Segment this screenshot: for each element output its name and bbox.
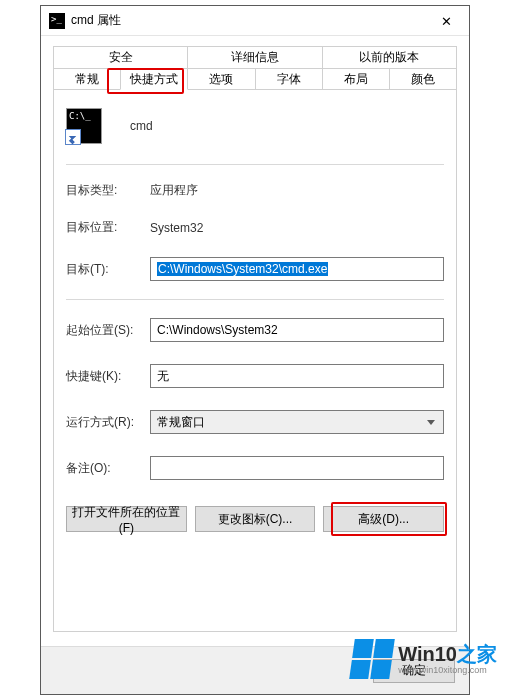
- tab-details[interactable]: 详细信息: [187, 46, 322, 68]
- startin-label: 起始位置(S):: [66, 322, 150, 339]
- target-location-row: 目标位置: System32: [66, 219, 444, 236]
- runas-row: 运行方式(R): 常规窗口: [66, 410, 444, 434]
- target-type-value: 应用程序: [150, 182, 198, 199]
- runas-value: 常规窗口: [157, 414, 205, 431]
- target-type-row: 目标类型: 应用程序: [66, 182, 444, 199]
- tab-general[interactable]: 常规: [53, 68, 121, 90]
- change-icon-button[interactable]: 更改图标(C)...: [195, 506, 316, 532]
- target-type-label: 目标类型:: [66, 182, 150, 199]
- comment-row: 备注(O):: [66, 456, 444, 480]
- tab-layout[interactable]: 布局: [322, 68, 390, 90]
- target-row: 目标(T): C:\Windows\System32\cmd.exe: [66, 257, 444, 281]
- dialog-bottom-bar: 确定: [41, 646, 469, 694]
- runas-dropdown[interactable]: 常规窗口: [150, 410, 444, 434]
- target-input-selection: C:\Windows\System32\cmd.exe: [157, 262, 328, 276]
- app-icon-row: cmd: [66, 108, 444, 150]
- close-button[interactable]: ✕: [424, 6, 469, 36]
- tabs: 安全 详细信息 以前的版本 常规 快捷方式 选项 字体 布局 颜色: [53, 46, 457, 90]
- advanced-button[interactable]: 高级(D)...: [323, 506, 444, 532]
- app-icon: [66, 108, 102, 144]
- cmd-icon: [49, 13, 65, 29]
- hotkey-row: 快捷键(K):: [66, 364, 444, 388]
- titlebar: cmd 属性 ✕: [41, 6, 469, 36]
- hotkey-input[interactable]: [150, 364, 444, 388]
- tab-shortcut[interactable]: 快捷方式: [120, 68, 188, 90]
- divider: [66, 299, 444, 300]
- tab-font[interactable]: 字体: [255, 68, 323, 90]
- window-title: cmd 属性: [71, 12, 121, 29]
- hotkey-label: 快捷键(K):: [66, 368, 150, 385]
- tab-body-shortcut: cmd 目标类型: 应用程序 目标位置: System32 目标(T): C:\…: [53, 90, 457, 632]
- tab-colors[interactable]: 颜色: [389, 68, 457, 90]
- startin-input[interactable]: [150, 318, 444, 342]
- client-area: 安全 详细信息 以前的版本 常规 快捷方式 选项 字体 布局 颜色 cmd 目标…: [41, 36, 469, 646]
- properties-dialog: cmd 属性 ✕ 安全 详细信息 以前的版本 常规 快捷方式 选项 字体 布局 …: [40, 5, 470, 695]
- target-label: 目标(T):: [66, 261, 150, 278]
- startin-row: 起始位置(S):: [66, 318, 444, 342]
- runas-label: 运行方式(R):: [66, 414, 150, 431]
- comment-label: 备注(O):: [66, 460, 150, 477]
- comment-input[interactable]: [150, 456, 444, 480]
- target-input[interactable]: C:\Windows\System32\cmd.exe: [150, 257, 444, 281]
- target-location-label: 目标位置:: [66, 219, 150, 236]
- open-file-location-button[interactable]: 打开文件所在的位置(F): [66, 506, 187, 532]
- app-name-label: cmd: [130, 119, 153, 133]
- divider: [66, 164, 444, 165]
- button-row: 打开文件所在的位置(F) 更改图标(C)... 高级(D)...: [66, 506, 444, 532]
- tab-security[interactable]: 安全: [53, 46, 188, 68]
- tab-previous-versions[interactable]: 以前的版本: [322, 46, 457, 68]
- target-location-value: System32: [150, 221, 203, 235]
- ok-button[interactable]: 确定: [373, 659, 455, 683]
- tab-options[interactable]: 选项: [187, 68, 255, 90]
